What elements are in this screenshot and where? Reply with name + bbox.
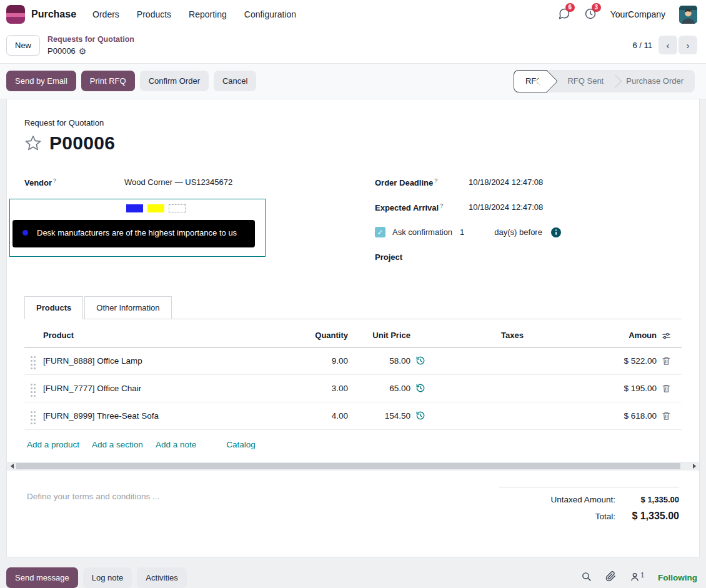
column-header-taxes: Taxes: [440, 324, 584, 347]
scroll-left-arrow-icon[interactable]: [7, 462, 16, 471]
cell-quantity[interactable]: 3.00: [282, 374, 351, 402]
messages-button[interactable]: 6: [558, 7, 570, 22]
person-icon: [630, 572, 640, 584]
delete-row-icon[interactable]: [662, 384, 671, 393]
menu-orders[interactable]: Orders: [92, 9, 119, 19]
activities-button[interactable]: 3: [584, 7, 597, 22]
column-header-amount: Amoun: [584, 324, 659, 347]
main-area: Request for Quotation P00006 Vendor? Woo…: [0, 99, 706, 557]
document-name: P00006: [49, 132, 115, 154]
followers-count: 1: [640, 572, 644, 579]
send-message-button[interactable]: Send message: [6, 567, 78, 588]
vendor-tooltip-text: Desk manufacturers are of the highest im…: [37, 227, 237, 239]
gear-icon[interactable]: ⚙: [79, 47, 87, 56]
control-panel: New Requests for Quotation P00006 ⚙ 6 / …: [0, 29, 706, 63]
attach-files-button[interactable]: [605, 571, 616, 584]
cell-product[interactable]: [FURN_7777] Office Chair: [41, 374, 282, 402]
vendor-tags-focus-box: Desk manufacturers are of the highest im…: [9, 199, 266, 257]
main-menu: Orders Products Reporting Configuration: [92, 9, 296, 19]
price-history-icon[interactable]: [415, 383, 425, 393]
untaxed-amount-label: Untaxed Amount:: [550, 495, 615, 504]
messages-badge: 6: [565, 3, 575, 12]
expected-arrival-field[interactable]: 10/18/2024 12:47:08: [469, 202, 543, 212]
horizontal-scrollbar[interactable]: [7, 462, 699, 471]
breadcrumb-current: P00006: [47, 46, 76, 57]
cell-quantity[interactable]: 9.00: [282, 347, 351, 374]
pager-counter[interactable]: 6 / 11: [632, 41, 652, 50]
chatter: Send message Log note Activities 1 Follo…: [0, 557, 706, 588]
pager-previous-button[interactable]: ‹: [659, 36, 677, 54]
optional-columns-icon[interactable]: [662, 331, 671, 341]
tab-other-information[interactable]: Other Information: [84, 296, 171, 319]
delete-row-icon[interactable]: [662, 356, 671, 366]
action-bar: Send by Email Print RFQ Confirm Order Ca…: [0, 63, 706, 99]
print-rfq-button[interactable]: Print RFQ: [81, 71, 135, 91]
tab-products[interactable]: Products: [24, 296, 83, 319]
cell-taxes[interactable]: [440, 347, 584, 374]
help-question-icon: ?: [53, 177, 56, 184]
scroll-right-arrow-icon[interactable]: [690, 462, 699, 471]
purchase-app-icon[interactable]: [6, 5, 25, 24]
confirm-order-button[interactable]: Confirm Order: [140, 71, 209, 91]
add-product-link[interactable]: Add a product: [27, 440, 79, 449]
menu-configuration[interactable]: Configuration: [244, 9, 296, 19]
top-navbar: Purchase Orders Products Reporting Confi…: [0, 0, 706, 29]
tag-swatch-yellow[interactable]: [147, 204, 164, 212]
info-icon[interactable]: [551, 227, 561, 237]
user-avatar[interactable]: [679, 6, 697, 24]
tag-dot-icon: [22, 230, 28, 236]
cell-unit-price[interactable]: 58.00: [351, 347, 413, 374]
status-step-purchase-order[interactable]: Purchase Order: [615, 70, 695, 92]
status-step-rfq[interactable]: RFQ: [514, 70, 547, 92]
ask-confirmation-suffix: day(s) before: [494, 227, 542, 237]
scrollbar-thumb[interactable]: [16, 463, 680, 469]
column-header-quantity: Quantity: [282, 324, 351, 347]
add-note-link[interactable]: Add a note: [156, 440, 196, 449]
cell-product[interactable]: [FURN_8888] Office Lamp: [41, 347, 282, 374]
tag-swatch-empty[interactable]: [169, 204, 186, 212]
cell-unit-price[interactable]: 154.50: [351, 402, 413, 429]
delete-row-icon[interactable]: [662, 411, 671, 421]
search-messages-button[interactable]: [581, 571, 592, 584]
help-question-icon: ?: [434, 177, 437, 184]
paperclip-icon: [605, 571, 616, 584]
order-lines-table: Product Quantity Unit Price Taxes Amoun: [24, 324, 682, 430]
menu-reporting[interactable]: Reporting: [189, 9, 227, 19]
ask-confirmation-days-field[interactable]: 1: [460, 227, 464, 237]
cell-amount: $ 522.00: [584, 347, 659, 374]
breadcrumb: Requests for Quotation P00006 ⚙: [47, 34, 134, 57]
following-button[interactable]: Following: [658, 573, 697, 582]
company-switcher[interactable]: YourCompany: [610, 9, 665, 19]
tag-swatch-blue[interactable]: [126, 204, 143, 212]
breadcrumb-parent-link[interactable]: Requests for Quotation: [47, 34, 134, 46]
catalog-link[interactable]: Catalog: [226, 440, 256, 449]
add-section-link[interactable]: Add a section: [92, 440, 143, 449]
log-note-button[interactable]: Log note: [83, 567, 132, 588]
search-icon: [581, 571, 592, 584]
new-button[interactable]: New: [6, 35, 40, 56]
pager-next-button[interactable]: ›: [679, 36, 697, 54]
price-history-icon[interactable]: [415, 356, 425, 366]
app-name[interactable]: Purchase: [31, 9, 76, 20]
cancel-button[interactable]: Cancel: [214, 71, 256, 91]
cell-product[interactable]: [FURN_8999] Three-Seat Sofa: [41, 402, 282, 429]
notebook-tabs: Products Other Information: [24, 296, 682, 319]
ask-confirmation-checkbox[interactable]: ✓: [375, 227, 385, 237]
cell-taxes[interactable]: [440, 402, 584, 429]
form-sheet: Request for Quotation P00006 Vendor? Woo…: [6, 99, 700, 557]
activities-schedule-button[interactable]: Activities: [137, 567, 186, 588]
favorite-star-icon[interactable]: [24, 134, 42, 152]
send-by-email-button[interactable]: Send by Email: [6, 71, 76, 91]
followers-button[interactable]: 1: [630, 572, 644, 584]
price-history-icon[interactable]: [415, 411, 425, 421]
terms-and-conditions-field[interactable]: Define your terms and conditions ...: [27, 487, 159, 528]
column-header-unit-price: Unit Price: [351, 324, 413, 347]
vendor-field[interactable]: Wood Corner — US12345672: [124, 177, 232, 187]
order-deadline-field[interactable]: 10/18/2024 12:47:08: [469, 177, 543, 187]
chevron-right-icon: ›: [687, 40, 690, 51]
cell-unit-price[interactable]: 65.00: [351, 374, 413, 402]
cell-taxes[interactable]: [440, 374, 584, 402]
status-step-rfq-sent[interactable]: RFQ Sent: [556, 70, 615, 92]
cell-quantity[interactable]: 4.00: [282, 402, 351, 429]
menu-products[interactable]: Products: [137, 9, 171, 19]
